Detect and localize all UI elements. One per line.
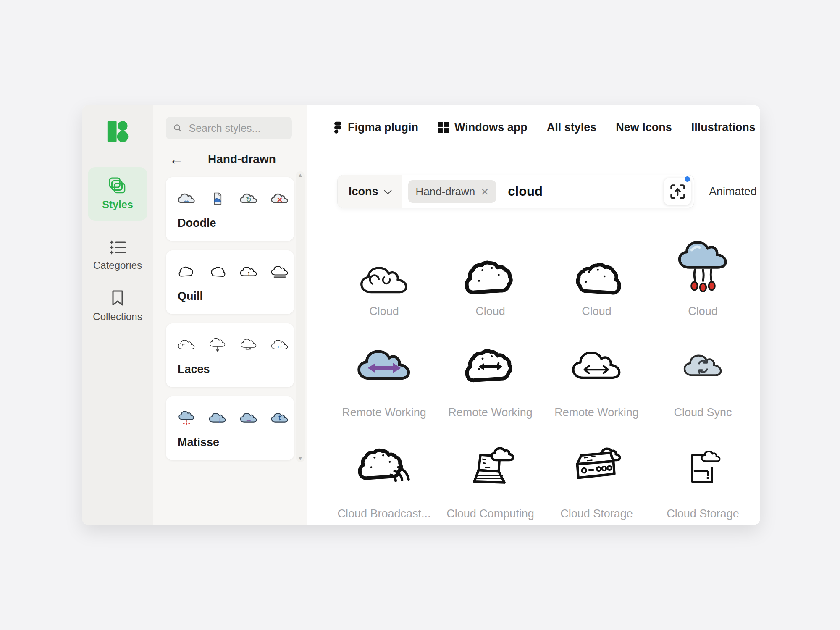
cloud-rain-icon bbox=[178, 410, 195, 425]
search-by-image-button[interactable] bbox=[664, 178, 691, 205]
cloud-key-icon bbox=[271, 410, 289, 425]
nav-new-icons[interactable]: New Icons bbox=[616, 121, 672, 134]
cloud-horizon-icon bbox=[271, 264, 289, 279]
icons8-logo[interactable] bbox=[105, 119, 130, 144]
cloud-outline-icon bbox=[360, 231, 409, 298]
close-icon[interactable]: × bbox=[481, 185, 488, 198]
scroll-down-icon[interactable]: ▼ bbox=[298, 456, 303, 461]
chevron-down-icon bbox=[384, 186, 391, 194]
styles-search-box[interactable] bbox=[166, 117, 292, 139]
styles-scrollbar[interactable]: ▲ ▼ bbox=[296, 171, 305, 462]
style-cards-list: ↔ ↻ × bbox=[166, 177, 294, 460]
search-row: Icons Hand-drawn × cloud bbox=[338, 175, 760, 208]
style-card-quill[interactable]: ↑ Quill bbox=[166, 250, 294, 314]
cloud-transfer-icon: ↔ bbox=[240, 410, 257, 425]
cloud-document-icon bbox=[209, 191, 226, 206]
result-label: Cloud bbox=[369, 305, 399, 318]
result-item[interactable]: Cloud Computing bbox=[437, 433, 543, 525]
result-item[interactable]: Remote Working bbox=[543, 332, 650, 433]
result-label: Remote Working bbox=[554, 406, 639, 419]
notification-dot bbox=[685, 176, 690, 182]
nav-all-styles[interactable]: All styles bbox=[547, 121, 597, 134]
search-bar[interactable]: Icons Hand-drawn × cloud bbox=[338, 175, 694, 208]
app-window: Styles Categories Collections bbox=[82, 105, 760, 525]
sidebar-item-label: Categories bbox=[93, 260, 142, 271]
cloud-icon bbox=[209, 264, 226, 279]
result-item[interactable]: Cloud Storage bbox=[543, 433, 650, 525]
result-item[interactable]: Cloud Storage bbox=[650, 433, 756, 525]
result-label: Cloud bbox=[582, 305, 612, 318]
filter-chip-hand-drawn[interactable]: Hand-drawn × bbox=[408, 180, 496, 203]
styles-search-input[interactable] bbox=[188, 122, 285, 135]
result-item[interactable]: Cloud bbox=[650, 231, 756, 332]
result-label: Cloud Sync bbox=[674, 406, 732, 419]
nav-label: Figma plugin bbox=[348, 121, 418, 134]
nav-windows-app[interactable]: Windows app bbox=[438, 121, 528, 134]
result-label: Cloud Broadcast... bbox=[337, 507, 430, 520]
search-icon bbox=[173, 123, 182, 133]
result-item[interactable]: Cloud bbox=[543, 231, 650, 332]
cloud-icon bbox=[178, 337, 195, 352]
cloud-download-icon: ↓ bbox=[209, 410, 226, 425]
cloud-broadcast-icon bbox=[355, 433, 414, 501]
nav-label: All styles bbox=[547, 121, 597, 134]
cloud-arrows-color-icon bbox=[357, 332, 412, 399]
result-item[interactable]: Remote Working bbox=[437, 332, 543, 433]
animated-toggle-label[interactable]: Animated bbox=[709, 185, 757, 198]
result-label: Cloud bbox=[475, 305, 505, 318]
results-grid: Cloud Cloud Cloud bbox=[331, 231, 756, 525]
top-navigation: Figma plugin Windows app All styles New … bbox=[307, 105, 760, 150]
styles-panel: ← Hand-drawn ↔ bbox=[153, 105, 307, 525]
cloud-sync-icon: ↻ bbox=[240, 191, 257, 206]
figma-icon bbox=[333, 121, 342, 134]
nav-label: Illustrations bbox=[691, 121, 756, 134]
laptop-cloud-icon bbox=[464, 433, 517, 501]
result-label: Cloud Storage bbox=[560, 507, 633, 520]
result-item[interactable]: Cloud Broadcast... bbox=[331, 433, 437, 525]
nav-illustrations[interactable]: Illustrations bbox=[691, 121, 756, 134]
style-card-label: Quill bbox=[178, 290, 294, 303]
filter-chip-label: Hand-drawn bbox=[416, 185, 475, 198]
result-item[interactable]: Cloud Sync bbox=[650, 332, 756, 433]
back-arrow-icon[interactable]: ← bbox=[169, 152, 184, 166]
result-label: Remote Working bbox=[342, 406, 426, 419]
cloud-transfer-icon: ↔ bbox=[178, 191, 195, 206]
nav-figma-plugin[interactable]: Figma plugin bbox=[333, 121, 418, 134]
cloud-sync-color-icon bbox=[683, 332, 723, 399]
categories-list-icon bbox=[108, 239, 127, 255]
nav-label: Windows app bbox=[454, 121, 528, 134]
cloud-error-icon: × bbox=[271, 191, 289, 206]
style-card-matisse[interactable]: ↓ ↔ Matisse bbox=[166, 396, 294, 460]
sidebar-item-label: Collections bbox=[93, 311, 142, 323]
category-dropdown[interactable]: Icons bbox=[338, 175, 402, 208]
cloud-upload-icon: ↑ bbox=[240, 264, 257, 279]
cloud-arrows-outline-icon bbox=[571, 332, 622, 399]
styles-layers-icon bbox=[108, 177, 127, 195]
nav-label: New Icons bbox=[616, 121, 672, 134]
result-item[interactable]: Cloud bbox=[331, 231, 437, 332]
style-card-doodle[interactable]: ↔ ↻ × bbox=[166, 177, 294, 241]
style-card-laces[interactable]: ↔ Laces bbox=[166, 323, 294, 387]
server-cloud-icon bbox=[570, 433, 624, 501]
cloud-scribble-icon bbox=[570, 231, 624, 298]
sidebar-item-styles[interactable]: Styles bbox=[88, 167, 147, 221]
sidebar: Styles Categories Collections bbox=[82, 105, 153, 525]
panel-title: Hand-drawn bbox=[208, 152, 276, 166]
cloud-resize-icon: ↔ bbox=[271, 337, 289, 352]
scroll-up-icon[interactable]: ▲ bbox=[298, 172, 303, 178]
cloud-arrows-scribble-icon bbox=[462, 332, 519, 399]
style-card-label: Matisse bbox=[178, 436, 294, 449]
sidebar-item-collections[interactable]: Collections bbox=[93, 290, 142, 323]
style-card-label: Doodle bbox=[178, 217, 294, 230]
result-label: Cloud Computing bbox=[446, 507, 534, 520]
search-query-input[interactable]: cloud bbox=[508, 184, 543, 199]
image-search-icon bbox=[670, 184, 685, 200]
panel-header: ← Hand-drawn bbox=[166, 152, 307, 166]
cloud-plug-icon bbox=[240, 337, 257, 352]
windows-icon bbox=[438, 122, 449, 133]
style-card-label: Laces bbox=[178, 363, 294, 376]
sidebar-item-categories[interactable]: Categories bbox=[93, 239, 142, 271]
category-label: Icons bbox=[349, 185, 378, 198]
result-item[interactable]: Cloud bbox=[437, 231, 543, 332]
result-item[interactable]: Remote Working bbox=[331, 332, 437, 433]
